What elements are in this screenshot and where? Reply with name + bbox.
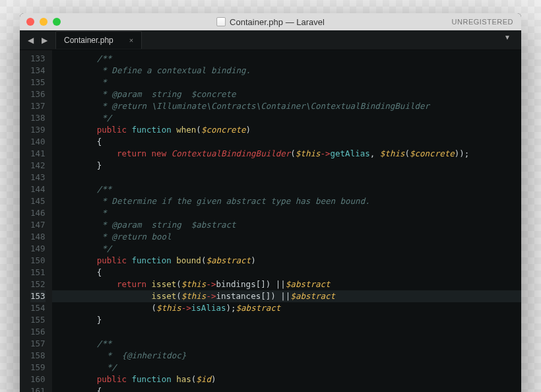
line-number: 155 [30,314,46,326]
line-number: 146 [30,207,46,219]
code-line: * @return bool [52,231,521,243]
code-line: */ [52,362,521,374]
code-line: /** [52,183,521,195]
line-number: 133 [30,53,46,65]
code-line: /** [52,338,521,350]
line-number: 147 [30,219,46,231]
tabs-row: Container.php × ▼ [55,31,516,49]
code-line: * [52,77,521,88]
line-number: 158 [30,350,46,362]
line-number: 152 [30,278,46,290]
line-number: 141 [30,148,46,160]
code-line: * @param string $concrete [52,88,521,100]
line-number: 149 [30,243,46,255]
title-text: Container.php — Laravel [230,17,325,27]
code-line: { [52,385,521,392]
back-button[interactable]: ◀ [25,34,36,46]
line-number: 138 [30,112,46,124]
line-number: 139 [30,124,46,136]
code-line: ($this->isAlias);$abstract [52,302,521,314]
tab-label: Container.php [64,36,113,45]
line-number: 135 [30,77,46,88]
code-line: } [52,160,521,172]
code-line: public function bound($abstract) [52,255,521,267]
line-number: 151 [30,267,46,278]
line-number: 153 [30,290,46,302]
line-number: 154 [30,302,46,314]
code-line: isset($this->instances[]) ||$abstract [52,290,521,302]
code-line: */ [52,243,521,255]
line-number: 156 [30,326,46,338]
editor-window: Container.php — Laravel UNREGISTERED ◀ ▶… [20,13,521,392]
code-line: * @param string $abstract [52,219,521,231]
code-line: return new ContextualBindingBuilder($thi… [52,148,521,160]
code-line: * Define a contextual binding. [52,65,521,77]
code-line: { [52,136,521,148]
line-number: 136 [30,88,46,100]
line-number: 134 [30,65,46,77]
code-line: * [52,207,521,219]
maximize-icon[interactable] [53,18,61,26]
code-line: * @return \Illuminate\Contracts\Containe… [52,100,521,112]
document-icon [216,17,226,26]
close-icon[interactable] [26,18,34,26]
line-number: 160 [30,374,46,385]
window-title: Container.php — Laravel [216,17,325,27]
toolbar: ◀ ▶ Container.php × ▼ [20,30,521,50]
forward-button[interactable]: ▶ [39,34,50,46]
tab-close-icon[interactable]: × [129,36,133,44]
line-number: 140 [30,136,46,148]
code-area[interactable]: /** * Define a contextual binding. * * @… [52,50,521,392]
editor[interactable]: 1331341351361371381391401411421431441451… [20,50,521,392]
line-number: 159 [30,362,46,374]
line-number: 148 [30,231,46,243]
code-line: /** [52,53,521,65]
more-tabs-icon[interactable]: ▼ [499,31,516,49]
line-number: 144 [30,183,46,195]
tab-container-php[interactable]: Container.php × [55,31,142,49]
line-numbers: 1331341351361371381391401411421431441451… [20,50,52,392]
traffic-lights [26,18,61,26]
line-number: 157 [30,338,46,350]
code-line: public function when($concrete) [52,124,521,136]
titlebar[interactable]: Container.php — Laravel UNREGISTERED [20,13,521,30]
line-number: 137 [30,100,46,112]
minimize-icon[interactable] [40,18,48,26]
code-line [52,326,521,338]
code-line: { [52,267,521,278]
line-number: 142 [30,160,46,172]
line-number: 143 [30,172,46,183]
code-line: * Determine if the given abstract type h… [52,195,521,207]
code-line: * {@inheritdoc} [52,350,521,362]
line-number: 150 [30,255,46,267]
code-line [52,172,521,183]
code-line: return isset($this->bindings[]) ||$abstr… [52,278,521,290]
line-number: 145 [30,195,46,207]
code-line: } [52,314,521,326]
registration-status: UNREGISTERED [452,18,513,26]
line-number: 161 [30,385,46,392]
nav-arrows: ◀ ▶ [25,34,50,46]
code-line: public function has($id) [52,374,521,385]
code-line: */ [52,112,521,124]
